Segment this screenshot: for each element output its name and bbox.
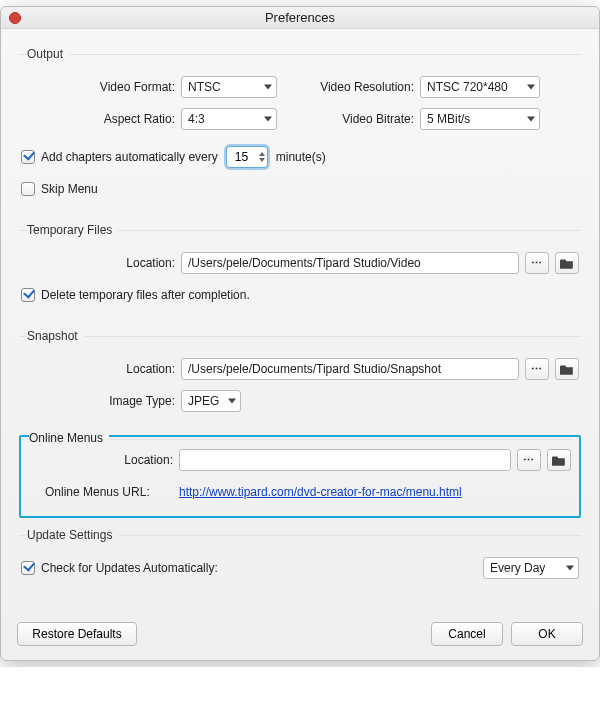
folder-icon [552,454,566,466]
update-settings-group: Update Settings Check for Updates Automa… [19,528,581,592]
chevron-down-icon [566,566,574,571]
delete-temp-label: Delete temporary files after completion. [41,288,250,302]
open-folder-button[interactable] [547,449,571,471]
update-interval-select[interactable]: Every Day [483,557,579,579]
image-type-select[interactable]: JPEG [181,390,241,412]
chevron-down-icon [264,117,272,122]
output-group: Output Video Format: NTSC Video Resoluti… [19,47,581,213]
stepper-icon[interactable] [259,152,265,162]
close-icon[interactable] [9,12,21,24]
online-menus-url-link[interactable]: http://www.tipard.com/dvd-creator-for-ma… [179,485,462,499]
window-title: Preferences [265,10,335,25]
check-updates-checkbox[interactable]: Check for Updates Automatically: [21,561,218,575]
chevron-down-icon [228,399,236,404]
snapshot-group: Snapshot Location: /Users/pele/Documents… [19,329,581,425]
video-resolution-label: Video Resolution: [300,80,420,94]
preferences-window: Preferences Output Video Format: NTSC Vi… [0,6,600,661]
open-folder-button[interactable] [555,252,579,274]
temp-location-field[interactable]: /Users/pele/Documents/Tipard Studio/Vide… [181,252,519,274]
snapshot-location-label: Location: [21,362,181,376]
video-resolution-select[interactable]: NTSC 720*480 [420,76,540,98]
output-legend: Output [27,47,69,61]
snapshot-location-field[interactable]: /Users/pele/Documents/Tipard Studio/Snap… [181,358,519,380]
online-menus-location-field[interactable] [179,449,511,471]
temp-location-label: Location: [21,256,181,270]
open-folder-button[interactable] [555,358,579,380]
skip-menu-label: Skip Menu [41,182,98,196]
browse-button[interactable] [517,449,541,471]
check-updates-label: Check for Updates Automatically: [41,561,218,575]
video-format-select[interactable]: NTSC [181,76,277,98]
online-menus-url-label: Online Menus URL: [29,485,179,499]
restore-defaults-button[interactable]: Restore Defaults [17,622,137,646]
aspect-ratio-label: Aspect Ratio: [21,112,181,126]
online-menus-group: Online Menus Location: Online Menus URL:… [19,435,581,518]
chevron-down-icon [527,117,535,122]
ok-button[interactable]: OK [511,622,583,646]
footer: Restore Defaults Cancel OK [1,610,599,660]
skip-menu-checkbox[interactable]: Skip Menu [21,182,98,196]
video-format-label: Video Format: [21,80,181,94]
chevron-down-icon [527,85,535,90]
cancel-button[interactable]: Cancel [431,622,503,646]
titlebar: Preferences [1,7,599,29]
video-bitrate-select[interactable]: 5 MBit/s [420,108,540,130]
image-type-label: Image Type: [21,394,181,408]
add-chapters-label: Add chapters automatically every [41,150,218,164]
update-settings-legend: Update Settings [27,528,118,542]
add-chapters-checkbox[interactable]: Add chapters automatically every [21,150,218,164]
folder-icon [560,363,574,375]
chevron-down-icon [264,85,272,90]
aspect-ratio-select[interactable]: 4:3 [181,108,277,130]
online-menus-location-label: Location: [29,453,179,467]
browse-button[interactable] [525,358,549,380]
snapshot-legend: Snapshot [27,329,84,343]
add-chapters-value[interactable] [226,146,268,168]
temp-files-group: Temporary Files Location: /Users/pele/Do… [19,223,581,319]
folder-icon [560,257,574,269]
browse-button[interactable] [525,252,549,274]
add-chapters-suffix: minute(s) [276,150,326,164]
online-menus-legend: Online Menus [29,431,109,445]
video-bitrate-label: Video Bitrate: [300,112,420,126]
temp-files-legend: Temporary Files [27,223,118,237]
delete-temp-checkbox[interactable]: Delete temporary files after completion. [21,288,250,302]
